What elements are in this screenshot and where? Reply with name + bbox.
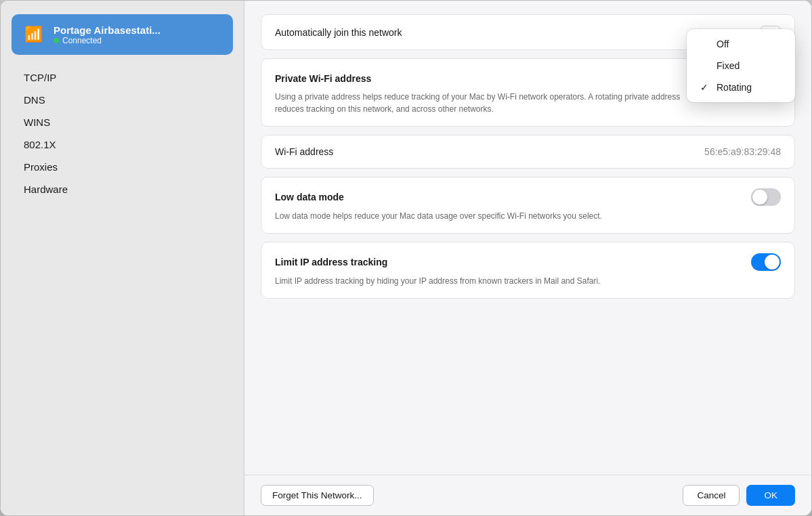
- settings-area: Off Fixed ✓ Rotating Automatically join …: [244, 1, 811, 475]
- low-data-title: Low data mode: [275, 192, 344, 202]
- limit-ip-toggle-thumb: [765, 255, 779, 270]
- sidebar-item-proxies[interactable]: Proxies: [17, 156, 233, 177]
- sidebar: 📶 Portage Airbasestati... Connected TCP/…: [1, 1, 244, 515]
- dropdown-item-fixed[interactable]: Fixed: [687, 55, 795, 77]
- status-dot: [54, 38, 59, 43]
- limit-ip-desc: Limit IP address tracking by hiding your…: [275, 275, 681, 287]
- wifi-address-label: Wi-Fi address: [275, 146, 333, 157]
- cancel-button[interactable]: Cancel: [683, 485, 740, 506]
- low-data-card: Low data mode Low data mode helps reduce…: [261, 177, 795, 234]
- auto-join-label: Automatically join this network: [275, 27, 402, 38]
- dropdown-item-rotating[interactable]: ✓ Rotating: [687, 77, 795, 98]
- sidebar-item-wins[interactable]: WINS: [17, 112, 233, 133]
- dropdown-label-rotating: Rotating: [717, 82, 752, 93]
- network-status: Connected: [54, 36, 161, 45]
- bottom-bar: Forget This Network... Cancel OK: [244, 475, 811, 515]
- low-data-desc: Low data mode helps reduce your Mac data…: [275, 210, 681, 222]
- private-wifi-title: Private Wi-Fi address: [275, 73, 371, 84]
- limit-ip-card: Limit IP address tracking Limit IP addre…: [261, 242, 795, 299]
- limit-ip-toggle[interactable]: [751, 253, 781, 271]
- dropdown-item-off[interactable]: Off: [687, 33, 795, 55]
- sidebar-nav: TCP/IP DNS WINS 802.1X Proxies Hardware: [12, 67, 233, 200]
- wifi-icon-container: 📶: [21, 22, 45, 47]
- network-info: Portage Airbasestati... Connected: [54, 24, 161, 45]
- wifi-address-row: Wi-Fi address 56:e5:a9:83:29:48: [275, 146, 781, 157]
- low-data-toggle[interactable]: [751, 188, 781, 206]
- ok-button[interactable]: OK: [746, 485, 795, 506]
- sidebar-item-hardware[interactable]: Hardware: [17, 179, 233, 200]
- network-name: Portage Airbasestati...: [54, 24, 161, 36]
- wifi-address-card: Wi-Fi address 56:e5:a9:83:29:48: [261, 135, 795, 169]
- network-status-label: Connected: [62, 36, 102, 45]
- limit-ip-row: Limit IP address tracking: [275, 253, 781, 271]
- sidebar-item-tcpip[interactable]: TCP/IP: [17, 67, 233, 88]
- dropdown-check-rotating: ✓: [700, 82, 711, 93]
- action-buttons: Cancel OK: [683, 485, 795, 506]
- limit-ip-title: Limit IP address tracking: [275, 257, 387, 267]
- sidebar-item-dns[interactable]: DNS: [17, 89, 233, 110]
- private-wifi-desc: Using a private address helps reduce tra…: [275, 91, 681, 115]
- dropdown-label-fixed: Fixed: [717, 60, 740, 71]
- network-item[interactable]: 📶 Portage Airbasestati... Connected: [12, 14, 233, 55]
- dropdown-label-off: Off: [717, 39, 729, 49]
- forget-network-button[interactable]: Forget This Network...: [261, 485, 374, 506]
- low-data-toggle-thumb: [752, 190, 767, 205]
- dropdown-popup: Off Fixed ✓ Rotating: [687, 29, 795, 102]
- wifi-address-value: 56:e5:a9:83:29:48: [704, 146, 781, 157]
- wifi-icon: 📶: [24, 26, 43, 43]
- dropdown-check-fixed: [700, 60, 711, 71]
- sidebar-item-8021x[interactable]: 802.1X: [17, 134, 233, 155]
- main-content: Off Fixed ✓ Rotating Automatically join …: [244, 1, 811, 515]
- dropdown-check-off: [700, 39, 711, 49]
- low-data-row: Low data mode: [275, 188, 781, 206]
